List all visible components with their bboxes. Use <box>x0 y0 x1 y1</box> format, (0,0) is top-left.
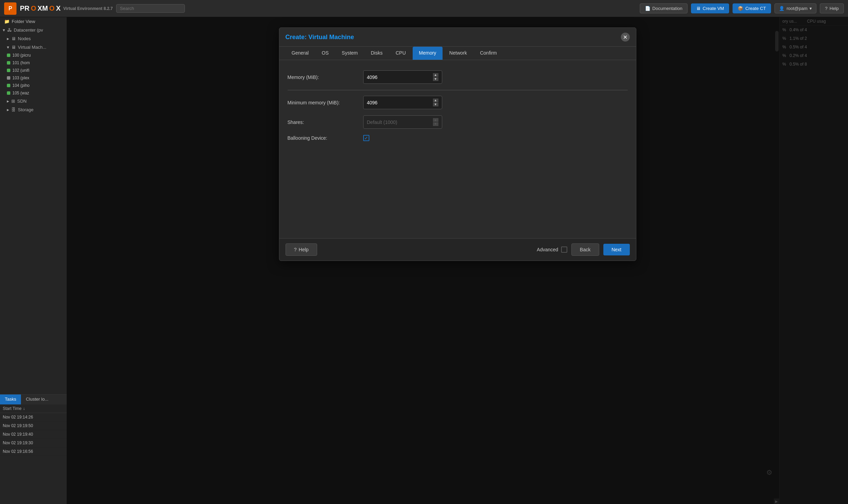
memory-decrement[interactable]: ▼ <box>433 77 438 81</box>
vm-status-dot <box>7 69 10 72</box>
documentation-button[interactable]: 📄 Documentation <box>640 3 688 13</box>
shares-spinner[interactable]: ▲ ▼ <box>433 118 438 126</box>
modal-footer: ? Help Advanced Back Next <box>279 238 636 261</box>
main-layout: 📁 Folder View ▾ 🖧 Datacenter (pv ▸ 🖥 Nod… <box>0 17 848 504</box>
back-button[interactable]: Back <box>571 243 599 256</box>
next-button[interactable]: Next <box>603 244 630 255</box>
question-circle-icon: ? <box>294 247 297 252</box>
create-ct-button[interactable]: 📦 Create CT <box>733 3 771 13</box>
help-button[interactable]: ? Help <box>820 3 844 13</box>
start-time-column-header[interactable]: Start Time ↓ <box>0 404 67 413</box>
vm-item-105[interactable]: 105 (waz <box>0 89 67 97</box>
vm-status-dot <box>7 54 10 57</box>
grid-icon: ⊞ <box>11 99 15 104</box>
sidebar-datacenter[interactable]: ▾ 🖧 Datacenter (pv <box>0 26 67 34</box>
min-memory-label: Minimum memory (MiB): <box>288 100 363 105</box>
question-icon: ? <box>825 6 827 11</box>
memory-increment[interactable]: ▲ <box>433 73 438 77</box>
min-memory-input-wrapper[interactable]: ▲ ▼ <box>363 96 442 109</box>
min-memory-input[interactable] <box>367 100 429 105</box>
tab-memory[interactable]: Memory <box>413 47 443 60</box>
content-area: ory us... CPU usag % 0.4% of 4 % 1.1% of… <box>67 17 848 504</box>
shares-label: Shares: <box>288 119 363 125</box>
chevron-down-icon: ▾ <box>810 6 812 11</box>
app-logo: P PROXMOX Virtual Environment 8.2.7 <box>4 2 113 15</box>
tab-cpu[interactable]: CPU <box>389 47 412 60</box>
shares-increment[interactable]: ▲ <box>433 118 438 122</box>
footer-right: Advanced Back Next <box>537 243 629 256</box>
memory-spinner[interactable]: ▲ ▼ <box>433 73 438 81</box>
storage-icon: 🗄 <box>11 107 16 112</box>
min-memory-increment[interactable]: ▲ <box>433 99 438 102</box>
tab-network[interactable]: Network <box>443 47 473 60</box>
sidebar-top: 📁 Folder View ▾ 🖧 Datacenter (pv ▸ 🖥 Nod… <box>0 17 67 394</box>
bottom-tab-row: Tasks Cluster lo... <box>0 394 67 404</box>
sidebar-nodes[interactable]: ▸ 🖥 Nodes <box>0 34 67 43</box>
tab-confirm[interactable]: Confirm <box>474 47 503 60</box>
user-menu[interactable]: 👤 root@pam ▾ <box>774 3 816 13</box>
shares-placeholder: Default (1000) <box>367 119 398 125</box>
chevron-right-icon: ▸ <box>7 107 9 112</box>
sidebar-virtual-machines[interactable]: ▾ 🖥 Virtual Mach... <box>0 43 67 51</box>
vm-item-101[interactable]: 101 (hom <box>0 59 67 67</box>
modal-header: Create: Virtual Machine ✕ <box>279 28 636 47</box>
chevron-down-icon: ▾ <box>7 45 9 50</box>
topbar: P PROXMOX Virtual Environment 8.2.7 📄 Do… <box>0 0 848 17</box>
help-button[interactable]: ? Help <box>286 243 317 256</box>
memory-input-wrapper[interactable]: ▲ ▼ <box>363 70 442 84</box>
tab-disks[interactable]: Disks <box>365 47 389 60</box>
datacenter-icon: 🖧 <box>7 27 12 33</box>
tab-system[interactable]: System <box>336 47 364 60</box>
container-icon: 📦 <box>738 6 743 11</box>
folder-icon: 📁 <box>4 19 10 24</box>
sidebar-sdn[interactable]: ▸ ⊞ SDN <box>0 97 67 105</box>
task-row-1: Nov 02 19:14:26 <box>0 413 67 422</box>
form-divider <box>288 90 628 90</box>
vm-icon: 🖥 <box>11 45 16 50</box>
sidebar-bottom-panel: Tasks Cluster lo... Start Time ↓ Nov 02 … <box>0 394 67 504</box>
modal-close-button[interactable]: ✕ <box>621 33 630 42</box>
modal-overlay: Create: Virtual Machine ✕ General OS Sys… <box>67 17 848 504</box>
memory-input[interactable] <box>367 75 429 80</box>
monitor-icon: 🖥 <box>696 6 701 11</box>
server-icon: 🖥 <box>11 36 16 41</box>
memory-row: Memory (MiB): ▲ ▼ <box>288 70 628 84</box>
logo-icon: P <box>4 2 16 15</box>
modal-body: Memory (MiB): ▲ ▼ Minimum memory (MiB): <box>279 60 636 238</box>
ballooning-checkbox[interactable] <box>363 135 369 141</box>
vm-item-102[interactable]: 102 (unifi <box>0 67 67 74</box>
tasks-tab[interactable]: Tasks <box>0 394 21 404</box>
sidebar-storage[interactable]: ▸ 🗄 Storage <box>0 105 67 114</box>
advanced-row: Advanced <box>537 247 567 253</box>
ballooning-row: Ballooning Device: <box>288 135 628 141</box>
min-memory-spinner[interactable]: ▲ ▼ <box>433 99 438 106</box>
task-row-5: Nov 02 19:16:56 <box>0 447 67 456</box>
vm-item-104[interactable]: 104 (piho <box>0 82 67 89</box>
user-icon: 👤 <box>779 6 784 11</box>
vm-item-103[interactable]: 103 (plex <box>0 74 67 82</box>
ballooning-checkbox-container[interactable] <box>363 135 369 141</box>
task-row-4: Nov 02 19:19:30 <box>0 439 67 447</box>
create-vm-button[interactable]: 🖥 Create VM <box>691 3 729 13</box>
sidebar-folder-view[interactable]: 📁 Folder View <box>0 17 67 26</box>
shares-decrement[interactable]: ▼ <box>433 122 438 126</box>
vm-item-100[interactable]: 100 (picru <box>0 51 67 59</box>
modal-tab-bar: General OS System Disks CPU Me <box>279 47 636 60</box>
vm-status-dot <box>7 76 10 80</box>
doc-icon: 📄 <box>645 6 650 11</box>
tab-general[interactable]: General <box>286 47 315 60</box>
memory-label: Memory (MiB): <box>288 75 363 80</box>
footer-left: ? Help <box>286 243 317 256</box>
cluster-log-tab[interactable]: Cluster lo... <box>21 394 53 404</box>
shares-input-wrapper[interactable]: Default (1000) ▲ ▼ <box>363 115 442 129</box>
tab-os[interactable]: OS <box>315 47 335 60</box>
chevron-right-icon: ▸ <box>7 36 9 41</box>
vm-status-dot <box>7 61 10 65</box>
version-text: Virtual Environment 8.2.7 <box>63 6 113 11</box>
create-vm-modal: Create: Virtual Machine ✕ General OS Sys… <box>279 27 636 261</box>
shares-row: Shares: Default (1000) ▲ ▼ <box>288 115 628 129</box>
min-memory-row: Minimum memory (MiB): ▲ ▼ <box>288 96 628 109</box>
advanced-checkbox[interactable] <box>561 247 567 253</box>
min-memory-decrement[interactable]: ▼ <box>433 103 438 106</box>
search-input[interactable] <box>116 4 185 13</box>
